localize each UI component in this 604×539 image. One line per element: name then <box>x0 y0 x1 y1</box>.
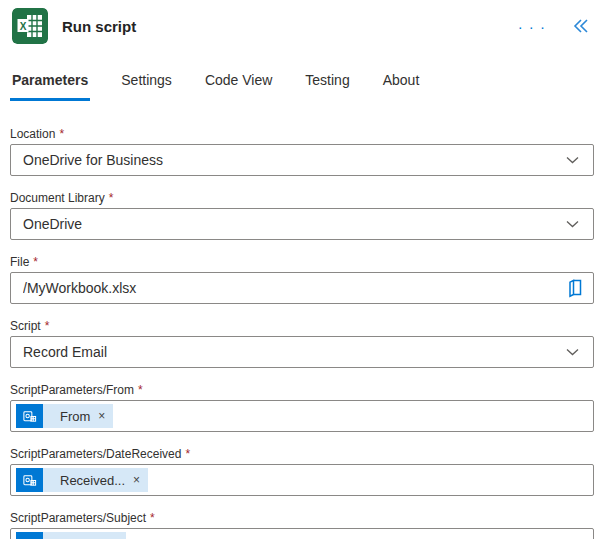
outlook-icon <box>16 468 43 492</box>
file-path-value: /MyWorkbook.xlsx <box>23 280 564 296</box>
open-folder-icon <box>566 278 583 298</box>
tab-settings[interactable]: Settings <box>119 72 174 101</box>
scriptparameters-from-input[interactable]: From × <box>10 400 594 432</box>
token-label: Received... <box>60 473 125 488</box>
dropdown-selected-value: OneDrive for Business <box>23 152 566 168</box>
required-asterisk: * <box>45 319 50 333</box>
location-dropdown[interactable]: OneDrive for Business <box>10 144 594 176</box>
token-label: From <box>60 409 90 424</box>
field-label-text: Script <box>10 319 41 333</box>
outlook-icon <box>16 404 43 428</box>
collapse-panel-icon[interactable] <box>572 18 590 34</box>
action-title: Run script <box>62 18 516 35</box>
required-asterisk: * <box>59 127 64 141</box>
field-scriptparameters-subject: ScriptParameters/Subject* Subject × <box>10 511 594 539</box>
field-label-text: ScriptParameters/From <box>10 383 134 397</box>
remove-token-button[interactable]: × <box>98 410 105 422</box>
field-label-text: File <box>10 255 29 269</box>
panel-header: X Run script · · · <box>0 0 604 44</box>
required-asterisk: * <box>33 255 38 269</box>
tab-about[interactable]: About <box>381 72 422 101</box>
field-file: File* /MyWorkbook.xlsx <box>10 255 594 304</box>
scriptparameters-subject-input[interactable]: Subject × <box>10 528 594 539</box>
document-library-dropdown[interactable]: OneDrive <box>10 208 594 240</box>
field-script: Script* Record Email <box>10 319 594 368</box>
excel-connector-icon: X <box>12 8 48 44</box>
field-label-text: Location <box>10 127 55 141</box>
dynamic-content-token-from[interactable]: From × <box>16 404 113 428</box>
svg-text:X: X <box>20 21 27 32</box>
dropdown-selected-value: Record Email <box>23 344 566 360</box>
required-asterisk: * <box>138 383 143 397</box>
chevron-down-icon <box>566 348 579 356</box>
script-dropdown[interactable]: Record Email <box>10 336 594 368</box>
scriptparameters-datereceived-input[interactable]: Received... × <box>10 464 594 496</box>
field-label-text: Document Library <box>10 191 105 205</box>
tab-testing[interactable]: Testing <box>303 72 351 101</box>
required-asterisk: * <box>150 511 155 525</box>
field-location: Location* OneDrive for Business <box>10 127 594 176</box>
parameters-form: Location* OneDrive for Business Document… <box>0 127 604 539</box>
field-scriptparameters-datereceived: ScriptParameters/DateReceived* Received.… <box>10 447 594 496</box>
chevron-down-icon <box>566 220 579 228</box>
remove-token-button[interactable]: × <box>133 474 140 486</box>
tab-parameters[interactable]: Parameters <box>10 72 90 101</box>
field-scriptparameters-from: ScriptParameters/From* From × <box>10 383 594 432</box>
dynamic-content-token-datereceived[interactable]: Received... × <box>16 468 148 492</box>
file-picker-button[interactable] <box>564 276 585 300</box>
dynamic-content-token-subject[interactable]: Subject × <box>16 532 126 539</box>
more-options-button[interactable]: · · · <box>516 17 548 36</box>
tab-code-view[interactable]: Code View <box>203 72 274 101</box>
chevron-down-icon <box>566 156 579 164</box>
file-input[interactable]: /MyWorkbook.xlsx <box>10 272 594 304</box>
field-label-text: ScriptParameters/Subject <box>10 511 146 525</box>
required-asterisk: * <box>185 447 190 461</box>
field-label-text: ScriptParameters/DateReceived <box>10 447 181 461</box>
field-document-library: Document Library* OneDrive <box>10 191 594 240</box>
required-asterisk: * <box>109 191 114 205</box>
dropdown-selected-value: OneDrive <box>23 216 566 232</box>
tab-bar: Parameters Settings Code View Testing Ab… <box>0 72 604 101</box>
outlook-icon <box>16 532 43 539</box>
